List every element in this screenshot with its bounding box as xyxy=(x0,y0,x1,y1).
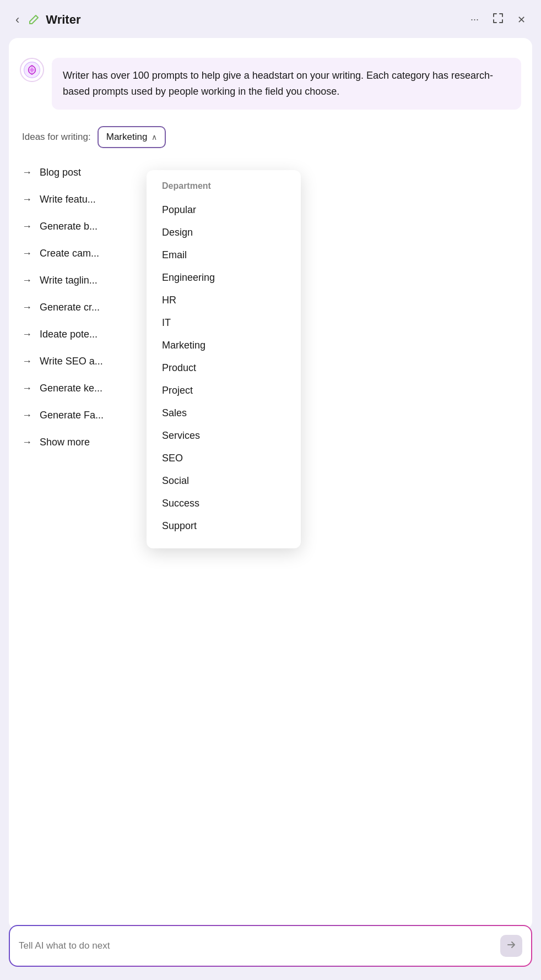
arrow-icon: → xyxy=(22,329,32,340)
arrow-icon: → xyxy=(22,437,32,448)
prompt-label: Ideate pote... xyxy=(40,329,98,340)
prompt-label: Generate ke... xyxy=(40,383,102,394)
more-button[interactable]: ··· xyxy=(468,12,481,28)
back-icon: ‹ xyxy=(15,13,19,27)
dropdown-item-services[interactable]: Services xyxy=(162,424,301,447)
page-title: Writer xyxy=(46,13,80,27)
dropdown-item-it[interactable]: IT xyxy=(162,312,301,334)
ideas-header: Ideas for writing: Marketing ∧ xyxy=(22,126,519,148)
arrow-icon: → xyxy=(22,221,32,232)
close-icon: ✕ xyxy=(517,14,526,26)
dropdown-item-success[interactable]: Success xyxy=(162,492,301,515)
header: ‹ Writer ··· ✕ xyxy=(0,0,541,38)
prompt-label: Write featu... xyxy=(40,194,96,205)
prompt-label: Generate b... xyxy=(40,221,98,232)
dropdown-item-seo[interactable]: SEO xyxy=(162,447,301,470)
send-icon xyxy=(506,940,516,952)
dropdown-item-engineering[interactable]: Engineering xyxy=(162,266,301,289)
arrow-icon: → xyxy=(22,275,32,286)
dropdown-item-marketing[interactable]: Marketing xyxy=(162,334,301,357)
dropdown-item-popular[interactable]: Popular xyxy=(162,199,301,221)
back-button[interactable]: ‹ xyxy=(13,10,21,29)
dropdown-item-email[interactable]: Email xyxy=(162,244,301,266)
show-more-label: Show more xyxy=(40,437,90,448)
dropdown-item-product[interactable]: Product xyxy=(162,357,301,379)
ideas-label: Ideas for writing: xyxy=(22,132,91,143)
message-area: Writer has over 100 prompts to help give… xyxy=(9,49,532,121)
prompt-label: Create cam... xyxy=(40,248,99,259)
arrow-icon: → xyxy=(22,194,32,205)
prompt-label: Write taglin... xyxy=(40,275,98,286)
dropdown-item-project[interactable]: Project xyxy=(162,379,301,402)
pencil-icon xyxy=(28,14,39,25)
dropdown-item-social[interactable]: Social xyxy=(162,470,301,492)
arrow-icon: → xyxy=(22,248,32,259)
selected-category: Marketing xyxy=(106,132,148,143)
prompt-label: Write SEO a... xyxy=(40,356,103,367)
arrow-icon: → xyxy=(22,383,32,394)
main-content: Writer has over 100 prompts to help give… xyxy=(9,38,532,930)
header-right: ··· ✕ xyxy=(468,10,528,29)
input-area xyxy=(9,925,532,967)
dropdown-item-sales[interactable]: Sales xyxy=(162,402,301,424)
prompt-label: Generate cr... xyxy=(40,302,100,313)
dropdown-item-design[interactable]: Design xyxy=(162,221,301,244)
chevron-up-icon: ∧ xyxy=(152,133,157,141)
arrow-icon: → xyxy=(22,410,32,421)
arrow-icon: → xyxy=(22,167,32,178)
chat-input[interactable] xyxy=(19,940,494,951)
send-button[interactable] xyxy=(500,935,522,957)
more-icon: ··· xyxy=(470,14,479,25)
avatar xyxy=(20,58,44,82)
message-bubble: Writer has over 100 prompts to help give… xyxy=(52,58,521,110)
expand-icon xyxy=(492,12,504,27)
dropdown-item-support[interactable]: Support xyxy=(162,515,301,537)
dropdown-menu: Department Popular Design Email Engineer… xyxy=(147,170,301,548)
prompt-label: Generate Fa... xyxy=(40,410,104,421)
expand-button[interactable] xyxy=(490,10,506,29)
dropdown-section-label: Department xyxy=(162,181,301,191)
chat-input-container xyxy=(9,925,532,967)
header-left: ‹ Writer xyxy=(13,10,81,29)
message-text: Writer has over 100 prompts to help give… xyxy=(63,68,510,100)
prompt-label: Blog post xyxy=(40,167,81,178)
arrow-icon: → xyxy=(22,302,32,313)
arrow-icon: → xyxy=(22,356,32,367)
close-button[interactable]: ✕ xyxy=(515,12,528,28)
category-dropdown[interactable]: Marketing ∧ xyxy=(98,126,166,148)
dropdown-item-hr[interactable]: HR xyxy=(162,289,301,312)
